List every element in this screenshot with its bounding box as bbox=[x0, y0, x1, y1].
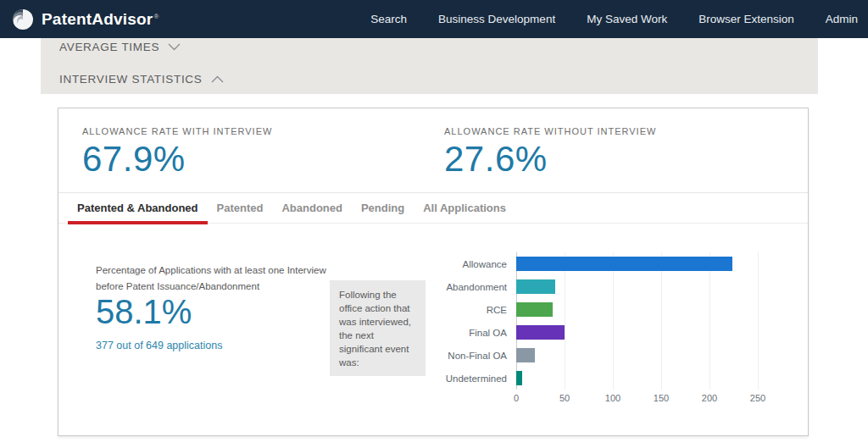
section-header-average-times[interactable]: AVERAGE TIMES bbox=[59, 39, 181, 54]
x-axis-tick-label: 100 bbox=[605, 393, 620, 403]
chevron-up-icon bbox=[211, 75, 224, 83]
section-header-interview-statistics[interactable]: INTERVIEW STATISTICS bbox=[59, 71, 224, 86]
tab-pending[interactable]: Pending bbox=[352, 193, 414, 223]
nav-item-business-development[interactable]: Business Development bbox=[438, 13, 555, 25]
next-event-bar-chart: AllowanceAbandonmentRCEFinal OANon-Final… bbox=[435, 252, 779, 407]
tab-all-applications[interactable]: All Applications bbox=[414, 193, 515, 223]
accordion-panel: AVERAGE TIMES INTERVIEW STATISTICS bbox=[41, 38, 818, 94]
rate-with-interview-label: ALLOWANCE RATE WITH INTERVIEW bbox=[82, 126, 272, 136]
average-times-label: AVERAGE TIMES bbox=[59, 41, 159, 53]
bar-non-final-oa bbox=[516, 348, 535, 362]
interview-rate-detail: 377 out of 649 applications bbox=[96, 340, 222, 351]
chart-row-non-final-oa: Non-Final OA bbox=[435, 344, 779, 367]
interview-statistics-label: INTERVIEW STATISTICS bbox=[59, 73, 203, 86]
brand-name: PatentAdvisor bbox=[42, 10, 153, 28]
chart-category-label: Non-Final OA bbox=[435, 351, 516, 361]
chart-context-note: Following the office action that was int… bbox=[330, 280, 426, 376]
tab-patented[interactable]: Patented bbox=[208, 193, 273, 223]
nav-item-browser-extension[interactable]: Browser Extension bbox=[698, 13, 794, 25]
brand[interactable]: PatentAdvisor® bbox=[12, 8, 159, 30]
chart-category-label: Allowance bbox=[435, 259, 516, 269]
x-axis-tick-label: 50 bbox=[559, 393, 570, 403]
bar-rce bbox=[516, 302, 553, 317]
chart-rows: AllowanceAbandonmentRCEFinal OANon-Final… bbox=[435, 252, 779, 390]
x-axis-tick-label: 250 bbox=[750, 393, 765, 403]
interview-rate-value: 58.1% bbox=[96, 293, 192, 331]
patentadvisor-logo-icon bbox=[12, 8, 34, 30]
tab-abandoned[interactable]: Abandoned bbox=[272, 193, 352, 223]
main-nav: Search Business Development My Saved Wor… bbox=[370, 13, 858, 25]
chart-row-allowance: Allowance bbox=[435, 252, 779, 275]
chart-category-label: RCE bbox=[435, 305, 516, 315]
rate-without-interview-value: 27.6% bbox=[444, 139, 656, 180]
tab-label: All Applications bbox=[423, 202, 506, 214]
chart-category-label: Final OA bbox=[435, 328, 516, 338]
chart-x-axis: 050100150200250 bbox=[516, 393, 779, 407]
tab-label: Abandoned bbox=[281, 202, 342, 214]
rate-with-interview: ALLOWANCE RATE WITH INTERVIEW 67.9% bbox=[82, 108, 272, 180]
chart-row-undetermined: Undetermined bbox=[435, 367, 779, 390]
nav-item-admin[interactable]: Admin bbox=[826, 13, 858, 25]
chart-row-abandonment: Abandonment bbox=[435, 275, 779, 298]
x-axis-tick-label: 200 bbox=[702, 393, 717, 403]
allowance-rates-section: ALLOWANCE RATE WITH INTERVIEW 67.9% ALLO… bbox=[58, 108, 808, 193]
bar-allowance bbox=[516, 257, 732, 271]
chart-row-rce: RCE bbox=[435, 298, 779, 321]
nav-item-my-saved-work[interactable]: My Saved Work bbox=[587, 13, 667, 25]
x-axis-tick-label: 0 bbox=[514, 393, 519, 403]
registered-mark: ® bbox=[153, 13, 159, 20]
tab-label: Pending bbox=[361, 202, 404, 214]
description-line-1: Percentage of Applications with at least… bbox=[96, 263, 326, 279]
nav-item-search[interactable]: Search bbox=[370, 13, 407, 25]
chart-category-label: Abandonment bbox=[435, 282, 516, 292]
x-axis-tick-label: 150 bbox=[654, 393, 669, 403]
chart-row-final-oa: Final OA bbox=[435, 321, 779, 344]
top-navbar: PatentAdvisor® Search Business Developme… bbox=[0, 0, 868, 38]
rate-with-interview-value: 67.9% bbox=[82, 139, 272, 180]
chart-category-label: Undetermined bbox=[435, 373, 516, 384]
interview-rate-description: Percentage of Applications with at least… bbox=[96, 263, 326, 295]
interview-statistics-card: ALLOWANCE RATE WITH INTERVIEW 67.9% ALLO… bbox=[58, 108, 809, 436]
tab-bar: Patented & Abandoned Patented Abandoned … bbox=[58, 193, 808, 224]
tab-label: Patented bbox=[217, 202, 264, 214]
tab-label: Patented & Abandoned bbox=[77, 202, 198, 214]
bar-abandonment bbox=[516, 279, 555, 294]
rate-without-interview-label: ALLOWANCE RATE WITHOUT INTERVIEW bbox=[444, 126, 656, 136]
bar-final-oa bbox=[516, 325, 565, 340]
bar-undetermined bbox=[516, 371, 522, 385]
tab-patented-and-abandoned[interactable]: Patented & Abandoned bbox=[68, 193, 208, 223]
chevron-down-icon bbox=[168, 43, 181, 51]
rate-without-interview: ALLOWANCE RATE WITHOUT INTERVIEW 27.6% bbox=[444, 108, 656, 180]
active-tab-underline bbox=[68, 221, 208, 224]
